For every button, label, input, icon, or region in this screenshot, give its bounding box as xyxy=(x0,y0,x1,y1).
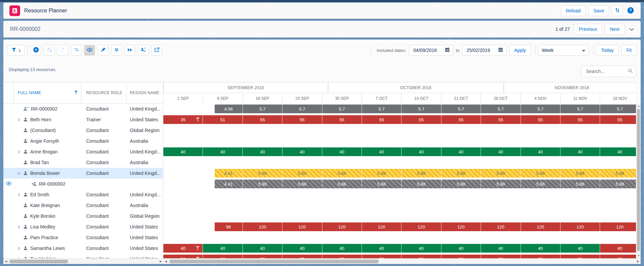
allocation-cell[interactable]: 40 xyxy=(322,147,362,156)
allocation-cell[interactable]: 90 xyxy=(600,255,636,258)
full-name-column-header[interactable]: FULL NAME xyxy=(14,82,82,103)
allocation-cell[interactable]: 55 xyxy=(521,115,560,124)
allocation-cell[interactable]: 40 xyxy=(203,244,243,253)
week-header[interactable]: 4 NOV xyxy=(521,93,560,104)
scroll-right-icon[interactable]: ▶ xyxy=(637,260,639,263)
allocation-cell[interactable]: 96 xyxy=(215,222,243,231)
allocation-cell[interactable]: 40 xyxy=(163,147,203,156)
allocation-cell[interactable]: 40 xyxy=(560,244,600,253)
hscroll-thumb[interactable] xyxy=(169,260,379,263)
resource-row[interactable]: Lisa MedleyConsultantUnited States xyxy=(3,221,163,232)
resource-row[interactable]: Ed SmithConsultantUnited Kingd... xyxy=(3,189,163,200)
allocation-cell[interactable]: 5.88 xyxy=(322,180,362,188)
allocation-cell[interactable]: 40 xyxy=(441,147,481,156)
timeline-hscrollbar[interactable]: ◀ ▶ xyxy=(163,258,641,264)
allocation-cell[interactable]: 40 xyxy=(481,147,521,156)
next-button[interactable]: Next xyxy=(605,24,625,35)
allocation-cell[interactable]: 90 xyxy=(362,255,401,258)
allocation-cell[interactable]: 120 xyxy=(560,222,600,231)
allocation-cell[interactable]: 5.88 xyxy=(322,169,362,178)
allocation-cell[interactable]: 40 xyxy=(441,244,481,253)
open-window-button[interactable] xyxy=(151,45,162,56)
allocation-cell[interactable]: 90 xyxy=(560,255,600,258)
extend-button[interactable] xyxy=(71,45,82,56)
week-header[interactable]: 18 NOV xyxy=(600,93,636,104)
date-to-field[interactable] xyxy=(462,45,506,56)
timeline-vscrollbar[interactable]: ▲ ▼ xyxy=(636,104,641,258)
allocation-cell[interactable]: 40 xyxy=(401,244,441,253)
allocation-cell[interactable]: 40 xyxy=(600,147,636,156)
allocation-cell[interactable]: 5.7 xyxy=(560,105,600,113)
allocation-cell[interactable]: 90 xyxy=(481,255,521,258)
search-box[interactable] xyxy=(581,66,636,77)
save-button[interactable]: Save xyxy=(588,5,609,16)
row-visibility-toggle[interactable] xyxy=(3,181,14,187)
allocation-cell[interactable]: 55 xyxy=(401,115,441,124)
allocation-cell[interactable]: 90 xyxy=(282,255,322,258)
allocation-cell[interactable]: 5.88 xyxy=(362,169,401,178)
allocation-cell[interactable]: 5.88 xyxy=(401,169,441,178)
timescale-select[interactable]: Week xyxy=(538,45,589,56)
resource-row[interactable]: Anne BroganConsultantUnited Kingd... xyxy=(3,146,163,157)
chevron-down-icon[interactable] xyxy=(16,172,22,175)
chevron-right-icon[interactable] xyxy=(16,150,22,154)
apply-button[interactable]: Apply xyxy=(509,45,531,56)
calendar-icon[interactable] xyxy=(498,47,503,54)
allocation-cell[interactable]: 5.88 xyxy=(560,169,600,178)
allocation-cell[interactable]: 120 xyxy=(441,222,481,231)
allocation-cell[interactable]: 55 xyxy=(243,115,282,124)
allocation-cell[interactable]: 5.88 xyxy=(441,180,481,188)
allocation-cell[interactable]: 120 xyxy=(401,222,441,231)
allocation-cell[interactable]: 82 xyxy=(203,255,243,258)
resource-row[interactable]: ?RR-0000002ConsultantUnited Kingd... xyxy=(3,104,163,114)
week-header[interactable]: 11 NOV xyxy=(560,93,600,104)
reload-button[interactable]: Reload xyxy=(561,5,586,16)
resource-row[interactable]: (Consultant)ConsultantGlobal Region xyxy=(3,125,163,136)
allocation-cell[interactable]: 5.88 xyxy=(560,180,600,188)
allocation-cell[interactable]: 40 xyxy=(203,147,243,156)
fit-button[interactable]: Fit xyxy=(621,45,637,56)
resource-row[interactable]: Beth HornTrainerUnited States xyxy=(3,114,163,125)
scroll-up-icon[interactable]: ▲ xyxy=(637,105,640,108)
week-header[interactable]: 7 OCT xyxy=(362,93,401,104)
chevron-right-icon[interactable] xyxy=(16,193,22,197)
record-menu-button[interactable] xyxy=(627,26,636,32)
allocation-cell[interactable]: 5.7 xyxy=(600,105,636,113)
allocation-cell[interactable]: 40 xyxy=(560,147,600,156)
allocation-cell[interactable]: 5.88 xyxy=(362,180,401,188)
allocation-cell[interactable]: 50 xyxy=(163,255,203,258)
allocation-cell[interactable]: 5.88 xyxy=(441,169,481,178)
chevron-right-icon[interactable] xyxy=(16,247,22,250)
allocation-cell[interactable]: 55 xyxy=(322,115,362,124)
resource-role-column-header[interactable]: RESOURCE ROLE xyxy=(82,82,126,103)
previous-button[interactable]: Previous xyxy=(574,24,602,35)
week-header[interactable]: 2 SEP xyxy=(163,93,203,104)
allocation-cell[interactable]: 5.7 xyxy=(441,105,481,113)
search-input[interactable] xyxy=(585,68,628,74)
allocation-cell[interactable]: 5.7 xyxy=(481,105,521,113)
allocation-cell[interactable]: 5.88 xyxy=(481,169,521,178)
resource-row[interactable]: Kate BreignanConsultantAustralia xyxy=(3,200,163,211)
allocation-cell[interactable]: 90 xyxy=(243,255,282,258)
help-button[interactable]: ? xyxy=(625,7,636,15)
chevron-right-icon[interactable] xyxy=(16,118,22,122)
allocation-cell[interactable]: 5.7 xyxy=(401,105,441,113)
allocation-cell[interactable]: 55 xyxy=(560,115,600,124)
resource-row[interactable]: Pam PracticeConsultantUnited States xyxy=(3,232,163,243)
week-header[interactable]: 28 OCT xyxy=(481,93,521,104)
allocation-cell[interactable]: 55 xyxy=(600,115,636,124)
allocation-cell[interactable]: 55 xyxy=(481,115,521,124)
allocation-cell[interactable]: 5.7 xyxy=(282,105,322,113)
allocation-cell[interactable]: 51 xyxy=(203,115,243,124)
allocation-cell[interactable]: 4.41 xyxy=(215,180,243,188)
allocation-cell[interactable]: 40 xyxy=(521,147,560,156)
allocation-cell[interactable]: 120 xyxy=(481,222,521,231)
allocation-cell[interactable]: 40 xyxy=(600,244,636,253)
allocation-cell[interactable]: 40 xyxy=(243,147,282,156)
allocation-cell[interactable]: 40 xyxy=(521,244,560,253)
resource-row[interactable]: Brad TanConsultantAustralia xyxy=(3,157,163,168)
filter-button[interactable]: 1 xyxy=(7,45,25,56)
allocation-cell[interactable]: 120 xyxy=(282,222,322,231)
vscroll-thumb[interactable] xyxy=(637,109,640,251)
allocation-cell[interactable]: 90 xyxy=(401,255,441,258)
